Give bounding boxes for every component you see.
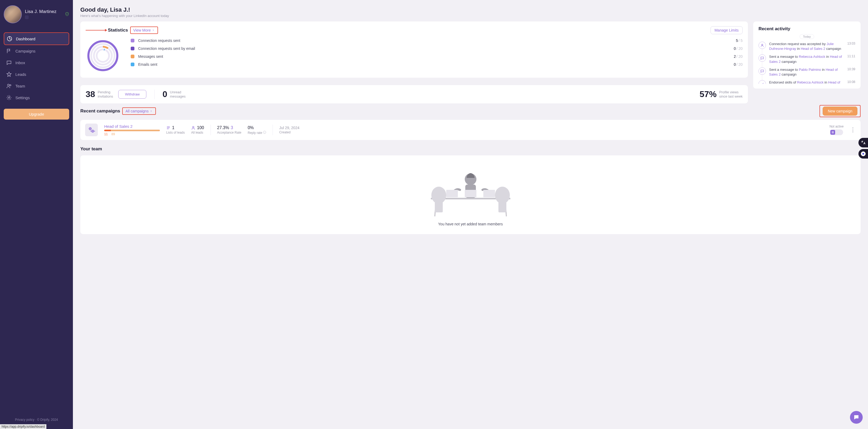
all-campaigns-link[interactable]: All campaigns [125,109,153,113]
nav: Dashboard Campaigns Inbox Leads Team Set… [4,32,69,103]
activity-text: Connection request was accepted by Julie… [769,42,844,51]
url-hover-tooltip: https://app.dripify.io/dashboard [0,424,46,429]
team-empty-state: You have not yet added team members [80,155,861,234]
activity-text: Sent a message to Pablo Palmino in Head … [769,67,844,77]
avatar[interactable] [4,5,22,23]
team-empty-text: You have not yet added team members [88,222,852,226]
svg-point-9 [96,49,110,63]
metric-pending: 38 Pendinginvitations [86,89,113,99]
annotation-arrow-icon [86,30,107,30]
color-dot-icon [131,47,134,50]
users-icon [6,83,12,89]
sidebar-item-inbox[interactable]: Inbox [4,57,69,68]
user-icon [191,126,195,130]
sidebar-item-leads[interactable]: Leads [4,68,69,80]
svg-point-14 [192,126,194,128]
metrics-strip: 38 Pendinginvitations Withdraw 0 Unreadm… [80,85,748,103]
campaign-acceptance-stat: 27.3%3 Acceptance Rate [217,125,241,134]
profile-name: Lisa J. Martinez [25,9,57,14]
sidebar-item-dashboard[interactable]: Dashboard [4,32,69,45]
color-dot-icon [131,63,134,66]
activity-item[interactable]: Endorsed skills of Rebecca Ashlock in He… [758,79,855,84]
upgrade-button[interactable]: Upgrade [4,109,69,120]
chat-support-button[interactable] [850,411,863,424]
msg-icon [758,54,766,62]
campaign-name[interactable]: Head of Sales 2 [104,124,160,129]
manage-limits-button[interactable]: Manage Limits [711,26,743,34]
campaign-created-stat: Jul 29, 2024 Created [279,126,299,134]
message-icon [6,60,12,65]
metric-unread: 0 Unreadmessages [162,89,186,99]
svg-point-19 [431,187,446,204]
recent-campaigns-title: Recent campaigns [80,109,120,114]
profile-block: Lisa J. Martinez [4,4,69,27]
withdraw-button[interactable]: Withdraw [118,90,146,99]
translate-float-button[interactable] [859,138,868,147]
list-icon [166,126,170,130]
stats-donut-chart [86,38,120,73]
translate-icon [861,140,866,145]
sidebar-item-team[interactable]: Team [4,80,69,92]
color-dot-icon [131,55,134,58]
campaign-status-toggle: Not active [830,125,844,135]
activity-time: 13:03 [847,42,855,51]
chevron-right-icon [152,29,155,32]
stat-value: 2 [734,54,736,59]
svg-rect-20 [435,202,443,212]
flag-icon [6,48,12,54]
statistics-title: Statistics [108,28,128,33]
stat-max: / 20 [737,47,743,51]
stat-label: Connection requests sent [138,38,732,43]
activity-item[interactable]: Connection request was accepted by Julie… [758,40,855,53]
campaign-progress-bar [104,130,160,131]
page-subtitle: Here's what's happening with your Linked… [80,14,861,18]
nav-label: Leads [16,72,26,76]
nav-label: Settings [16,95,30,100]
activity-item[interactable]: Sent a message to Rebecca Ashlock in Hea… [758,53,855,65]
page-title: Good day, Lisa J.! [80,6,861,13]
shield-icon [65,12,69,17]
annotation-highlight: View More [130,27,158,34]
stat-label: Emails sent [138,62,730,66]
device-badge-icon [25,16,29,19]
view-more-link[interactable]: View More [133,28,155,32]
svg-point-3 [8,97,10,98]
activity-text: Endorsed skills of Rebecca Ashlock in He… [769,80,844,84]
stat-value: 0 [734,47,736,51]
stat-value: 5 [736,38,738,43]
stat-max: / 20 [737,62,743,66]
color-dot-icon [131,39,134,42]
campaign-lists-stat: 1 Lists of leads [166,125,185,134]
stat-label: Messages sent [138,54,730,59]
svg-rect-27 [483,190,495,197]
new-campaign-button[interactable]: New campaign [823,106,858,116]
campaign-reply-stat: 0% Reply rate [248,125,266,135]
stat-label: Connection requests sent by email [138,47,730,51]
day-pill: Today [800,34,814,39]
campaign-leads-stat: 100 All leads [191,125,204,134]
activity-item[interactable]: Sent a message to Pablo Palmino in Head … [758,66,855,79]
footer-links[interactable]: Privacy policy · © Dripify, 2024 [0,418,73,422]
nav-label: Dashboard [16,37,35,41]
activity-title: Recent activity [758,26,855,32]
widget-float-button[interactable] [859,149,868,158]
svg-rect-26 [446,190,458,197]
face-icon [861,151,866,156]
campaign-icon [85,124,98,136]
toggle-switch[interactable] [830,129,843,135]
user-icon [758,42,766,49]
info-icon[interactable] [263,131,266,134]
activity-time: 11:11 [847,54,855,64]
sidebar-item-campaigns[interactable]: Campaigns [4,45,69,57]
metric-views: 57% Profile viewssince last week [700,89,743,99]
sidebar-item-settings[interactable]: Settings [4,92,69,103]
campaign-row[interactable]: Head of Sales 2 1189 1 Lists of leads 10… [80,120,861,140]
stat-max: / 5 [738,38,743,43]
main: Good day, Lisa J.! Here's what's happeni… [73,0,868,429]
your-team-title: Your team [80,146,861,152]
recent-activity-card: Recent activity Today Connection request… [753,22,861,89]
stat-row: Emails sent0/ 20 [131,62,743,66]
stat-row: Connection requests sent5/ 5 [131,38,743,43]
campaign-menu-button[interactable]: ⋮ [850,126,856,133]
greeting-block: Good day, Lisa J.! Here's what's happeni… [80,6,861,18]
